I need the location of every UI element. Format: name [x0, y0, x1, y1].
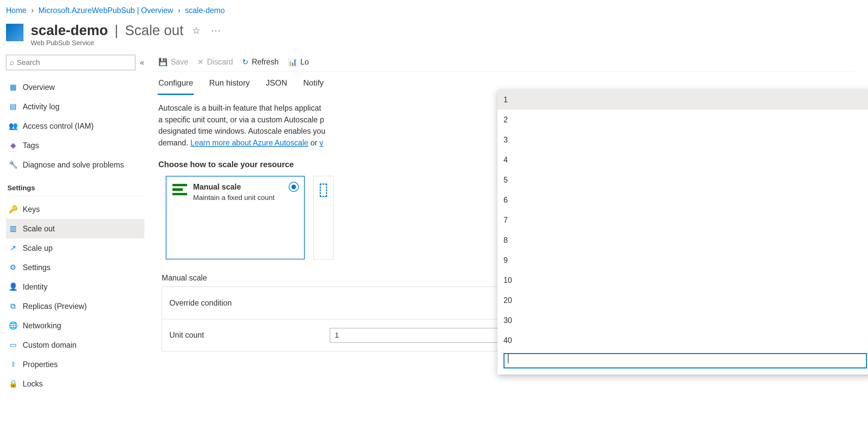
nav-label: Custom domain	[23, 341, 76, 350]
nav-label: Replicas (Preview)	[23, 302, 87, 311]
unit-count-dropdown[interactable]: 12345678910203040	[497, 90, 868, 375]
activity-log-icon: ▤	[9, 102, 18, 111]
custom-autoscale-card[interactable]	[313, 176, 334, 260]
search-input[interactable]	[17, 58, 132, 67]
discard-icon: ✕	[197, 58, 204, 66]
dropdown-option[interactable]: 3	[497, 130, 868, 150]
logs-button[interactable]: 📊Lo	[288, 58, 309, 66]
breadcrumb-l2[interactable]: scale-demo	[185, 6, 225, 15]
dropdown-option[interactable]: 9	[497, 250, 868, 270]
card-title: Manual scale	[193, 182, 275, 191]
nav-settings: 🔑Keys ▥Scale out ↗Scale up ⚙Settings 👤Id…	[6, 200, 144, 393]
dropdown-option[interactable]: 2	[497, 110, 868, 130]
replicas-icon: ⧉	[9, 302, 18, 310]
nav-label: Networking	[23, 321, 61, 330]
dropdown-option[interactable]: 1	[497, 90, 868, 110]
secondary-link[interactable]: v	[319, 139, 323, 147]
resource-type-label: Web PubSub Service	[31, 39, 223, 47]
card-subtitle: Maintain a fixed unit count	[193, 194, 275, 202]
tab-json[interactable]: JSON	[265, 76, 288, 95]
nav-keys[interactable]: 🔑Keys	[6, 200, 144, 219]
logs-icon: 📊	[288, 58, 297, 66]
breadcrumb-home[interactable]: Home	[6, 6, 26, 15]
custom-domain-icon: ▭	[9, 341, 18, 349]
nav-label: Identity	[23, 283, 48, 292]
refresh-button[interactable]: ↻Refresh	[242, 58, 279, 66]
sidebar: ⌕ « ▦Overview ▤Activity log 👥Access cont…	[0, 55, 152, 393]
nav-scale-out[interactable]: ▥Scale out	[6, 219, 144, 238]
properties-icon: ⦀	[9, 360, 18, 369]
tab-notify[interactable]: Notify	[302, 76, 324, 95]
title-divider: |	[115, 22, 118, 38]
dropdown-option[interactable]: 30	[497, 310, 868, 330]
autoscale-description: Autoscale is a built-in feature that hel…	[152, 95, 536, 148]
nav-networking[interactable]: 🌐Networking	[6, 316, 144, 335]
more-actions-icon[interactable]: ···	[209, 23, 223, 38]
nav-tags[interactable]: ◆Tags	[6, 136, 144, 155]
save-icon: 💾	[158, 58, 167, 66]
dropdown-filter-input[interactable]	[503, 353, 867, 368]
nav-access-control[interactable]: 👥Access control (IAM)	[6, 116, 144, 136]
tab-run-history[interactable]: Run history	[209, 76, 250, 95]
nav-label: Settings	[23, 263, 51, 272]
dropdown-option[interactable]: 7	[497, 210, 868, 230]
breadcrumb-l1[interactable]: Microsoft.AzureWebPubSub | Overview	[38, 6, 173, 15]
learn-more-link[interactable]: Learn more about Azure Autoscale	[190, 139, 308, 147]
breadcrumb-separator-icon: ›	[31, 6, 34, 15]
desc-or: or	[308, 139, 319, 147]
nav-label: Tags	[23, 141, 39, 150]
tab-configure[interactable]: Configure	[158, 76, 194, 95]
page-header: scale-demo | Scale out ☆ ··· Web PubSub …	[0, 19, 868, 55]
scale-up-icon: ↗	[9, 244, 18, 253]
unit-count-value: 1	[335, 331, 339, 340]
diagnose-icon: 🔧	[9, 160, 18, 169]
nav-identity[interactable]: 👤Identity	[6, 277, 144, 297]
collapse-sidebar-icon[interactable]: «	[140, 58, 144, 67]
unit-count-label: Unit count	[169, 331, 330, 340]
override-condition-label: Override condition	[169, 299, 330, 307]
button-label: Lo	[300, 58, 309, 66]
resource-name: scale-demo	[31, 22, 108, 38]
nav-label: Activity log	[23, 102, 59, 111]
desc-line: a specific unit count, or via a custom A…	[158, 115, 324, 124]
nav-replicas[interactable]: ⧉Replicas (Preview)	[6, 297, 144, 316]
nav-label: Diagnose and solve problems	[23, 160, 124, 170]
nav-locks[interactable]: 🔒Locks	[6, 374, 144, 393]
button-label: Discard	[207, 58, 233, 66]
resource-icon	[6, 24, 23, 41]
button-label: Refresh	[252, 58, 279, 66]
search-icon: ⌕	[10, 58, 14, 67]
dropdown-option[interactable]: 5	[497, 170, 868, 190]
desc-line: Autoscale is a built-in feature that hel…	[158, 103, 321, 112]
save-button[interactable]: 💾Save	[158, 58, 188, 66]
page-section-title: Scale out	[125, 22, 183, 38]
nav-properties[interactable]: ⦀Properties	[6, 355, 144, 374]
overview-icon: ▦	[9, 83, 18, 92]
dropdown-option[interactable]: 20	[497, 290, 868, 310]
dropdown-option[interactable]: 10	[497, 270, 868, 290]
dropdown-option[interactable]: 8	[497, 230, 868, 250]
text-cursor-icon	[508, 354, 508, 363]
dropdown-option[interactable]: 40	[497, 330, 868, 350]
nav-settings-item[interactable]: ⚙Settings	[6, 258, 144, 277]
nav-top: ▦Overview ▤Activity log 👥Access control …	[6, 78, 144, 175]
breadcrumb-separator-icon: ›	[178, 6, 180, 15]
nav-custom-domain[interactable]: ▭Custom domain	[6, 335, 144, 355]
manual-scale-card[interactable]: Manual scale Maintain a fixed unit count	[166, 176, 305, 260]
main-content: 💾Save ✕Discard ↻Refresh 📊Lo Configure Ru…	[152, 55, 868, 351]
nav-activity-log[interactable]: ▤Activity log	[6, 97, 144, 116]
access-control-icon: 👥	[9, 122, 18, 130]
button-label: Save	[171, 58, 188, 66]
nav-overview[interactable]: ▦Overview	[6, 78, 144, 97]
nav-label: Keys	[23, 205, 40, 214]
discard-button[interactable]: ✕Discard	[197, 58, 233, 66]
nav-diagnose[interactable]: 🔧Diagnose and solve problems	[6, 155, 144, 175]
locks-icon: 🔒	[9, 380, 18, 388]
networking-icon: 🌐	[9, 321, 18, 330]
nav-scale-up[interactable]: ↗Scale up	[6, 238, 144, 258]
dropdown-option[interactable]: 6	[497, 190, 868, 210]
favorite-star-icon[interactable]: ☆	[190, 23, 203, 38]
nav-label: Access control (IAM)	[23, 122, 94, 131]
sidebar-search[interactable]: ⌕	[6, 55, 135, 70]
dropdown-option[interactable]: 4	[497, 150, 868, 170]
